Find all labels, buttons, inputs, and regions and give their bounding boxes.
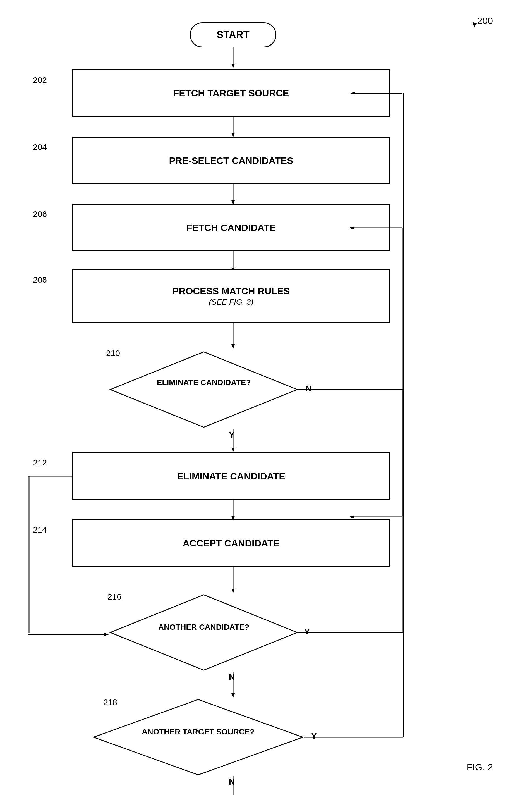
arrow-216-Y-horizontal	[298, 632, 404, 633]
arrow-214-to-216	[230, 567, 236, 595]
n218-Y-label: Y	[311, 731, 317, 741]
arrow-212-down-left	[28, 476, 30, 635]
svg-marker-32	[94, 700, 303, 775]
flowchart-diagram: 200 ➤ START 202 FETCH TARGET SOURCE 204 …	[0, 0, 532, 795]
svg-marker-25	[110, 595, 297, 670]
arrow-212-to-214	[230, 500, 236, 522]
diagram-number: 200	[477, 15, 493, 26]
another-candidate-diamond: ANOTHER CANDIDATE?	[109, 593, 299, 671]
arrow-208-to-210	[230, 322, 236, 350]
svg-marker-16	[231, 448, 235, 452]
fetch-target-source-box: FETCH TARGET SOURCE	[72, 69, 390, 117]
process-match-rules-box: PROCESS MATCH RULES (SEE FIG. 3)	[72, 270, 390, 322]
step-num-204: 204	[33, 143, 47, 152]
svg-marker-24	[231, 589, 235, 593]
eliminate-candidate-box: ELIMINATE CANDIDATE	[72, 452, 390, 500]
start-node: START	[190, 22, 276, 48]
step-num-208: 208	[33, 275, 47, 284]
svg-marker-29	[349, 227, 354, 229]
n210-N-label: N	[306, 384, 312, 393]
svg-marker-14	[349, 516, 354, 518]
step-num-206: 206	[33, 209, 47, 219]
arrow-218-to-220	[230, 776, 236, 795]
svg-marker-10	[110, 352, 297, 427]
pre-select-candidates-box: PRE-SELECT CANDIDATES	[72, 137, 390, 184]
step-num-202: 202	[33, 75, 47, 85]
another-target-source-diamond: ANOTHER TARGET SOURCE?	[92, 698, 304, 776]
svg-marker-31	[231, 694, 235, 698]
arrow-212-left	[28, 476, 73, 477]
fetch-candidate-box: FETCH CANDIDATE	[72, 204, 390, 251]
svg-marker-9	[231, 344, 235, 349]
fig-label: FIG. 2	[467, 762, 493, 773]
arrow-210-to-212	[230, 429, 236, 454]
arrow-216-to-218	[230, 671, 236, 700]
svg-marker-20	[104, 633, 109, 635]
step-num-214: 214	[33, 525, 47, 534]
arrow-204-to-206	[230, 184, 236, 207]
arrow-218-Y-horizontal	[304, 737, 405, 738]
eliminate-candidate-diamond: ELIMINATE CANDIDATE?	[109, 350, 299, 429]
arrow-start-to-202	[230, 48, 236, 70]
step-num-212: 212	[33, 458, 47, 467]
n216-Y-label: Y	[304, 627, 310, 636]
arrow-into-206	[347, 227, 403, 229]
arrow-into-202	[349, 92, 403, 94]
svg-marker-1	[231, 64, 235, 69]
arrow-218-Y-up	[402, 93, 405, 737]
accept-candidate-box: ACCEPT CANDIDATE	[72, 519, 390, 567]
arrow-into-214	[347, 516, 403, 518]
svg-marker-36	[350, 92, 355, 94]
arrow-210-N-horizontal	[298, 389, 404, 390]
arrow-202-to-204	[230, 117, 236, 139]
arrow-left-into-216	[28, 633, 112, 635]
process-match-rules-sublabel: (SEE FIG. 3)	[209, 298, 253, 307]
